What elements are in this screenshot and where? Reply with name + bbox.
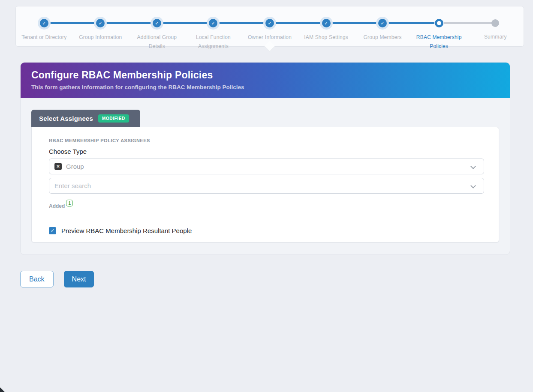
step-summary[interactable]: ✓ Summary <box>467 19 524 51</box>
type-select[interactable]: ✕ Group <box>49 159 484 174</box>
step-label: Additional Group Details <box>129 33 184 51</box>
assignees-panel: RBAC MEMBERSHIP POLICY ASSIGNEES Choose … <box>31 127 499 242</box>
added-summary: Added 1 <box>49 200 482 209</box>
tab-label: Select Assignees <box>39 115 93 122</box>
next-button[interactable]: Next <box>64 271 94 287</box>
step-label: Summary <box>484 33 507 42</box>
preview-checkbox-row: ✓ Preview RBAC Membership Resultant Peop… <box>49 227 482 234</box>
search-input[interactable] <box>54 182 467 189</box>
step-tenant-or-directory[interactable]: ✓ Tenant or Directory <box>16 19 72 51</box>
assignee-search-select[interactable] <box>49 178 484 194</box>
added-count-badge: 1 <box>66 200 73 206</box>
modified-badge: MODIFIED <box>98 114 129 123</box>
step-local-function-assignments[interactable]: ✓ Local Function Assignments <box>185 19 242 51</box>
step-owner-information[interactable]: ✓ Owner Information <box>241 19 298 51</box>
page-subtitle: This form gathers information for config… <box>31 84 499 90</box>
rbac-form-card: Configure RBAC Membership Policies This … <box>20 62 510 255</box>
choose-type-label: Choose Type <box>49 148 482 155</box>
step-completed-icon: ✓ <box>96 19 105 27</box>
step-completed-icon: ✓ <box>153 19 161 27</box>
close-icon: ✕ <box>56 164 60 169</box>
step-completed-icon: ✓ <box>378 19 387 27</box>
step-label: RBAC Membership Policies <box>412 33 467 51</box>
wizard-actions: Back Next <box>20 271 94 287</box>
added-label: Added <box>49 203 65 209</box>
step-completed-icon: ✓ <box>40 19 48 27</box>
page-title: Configure RBAC Membership Policies <box>31 69 499 81</box>
step-label: IAM Shop Settings <box>304 33 348 42</box>
step-completed-icon: ✓ <box>265 19 274 27</box>
preview-checkbox-label: Preview RBAC Membership Resultant People <box>61 227 192 234</box>
check-icon: ✓ <box>51 228 54 233</box>
chevron-down-icon <box>470 164 476 169</box>
back-button[interactable]: Back <box>20 271 54 287</box>
chevron-down-icon <box>470 183 476 189</box>
step-group-members[interactable]: ✓ Group Members <box>354 19 411 51</box>
step-label: Owner Information <box>248 33 292 42</box>
wizard-stepper: ✓ Tenant or Directory ✓ Group Informatio… <box>15 6 524 47</box>
step-rbac-membership-policies[interactable]: ✓ RBAC Membership Policies <box>411 19 467 51</box>
remove-token-button[interactable]: ✕ <box>54 163 62 170</box>
step-label: Group Members <box>364 33 402 42</box>
step-label: Tenant or Directory <box>21 33 66 42</box>
step-upcoming-icon: ✓ <box>491 19 499 27</box>
bottom-left-widget-corner <box>0 387 5 392</box>
section-label: RBAC MEMBERSHIP POLICY ASSIGNEES <box>49 138 482 143</box>
card-header: Configure RBAC Membership Policies This … <box>21 63 510 98</box>
tab-select-assignees[interactable]: Select Assignees MODIFIED <box>31 110 140 127</box>
step-active-icon: ✓ <box>435 19 443 27</box>
step-iam-shop-settings[interactable]: ✓ IAM Shop Settings <box>298 19 355 51</box>
step-completed-icon: ✓ <box>209 19 217 27</box>
preview-checkbox[interactable]: ✓ <box>49 227 56 234</box>
step-completed-icon: ✓ <box>322 19 331 27</box>
step-label: Local Function Assignments <box>186 33 241 51</box>
step-additional-group-details[interactable]: ✓ Additional Group Details <box>129 19 185 51</box>
step-group-information[interactable]: ✓ Group Information <box>72 19 129 51</box>
step-label: Group Information <box>79 33 122 42</box>
selected-type-token: Group <box>66 163 84 170</box>
